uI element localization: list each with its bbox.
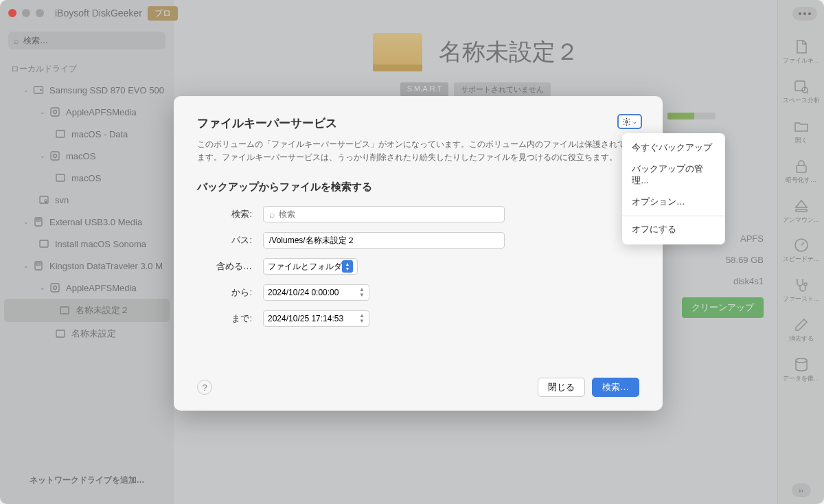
tree-item-label: 名称未設定 (71, 328, 116, 340)
fs-type: APFS (740, 233, 764, 244)
usb-icon (33, 216, 44, 227)
close-button[interactable]: 閉じる (538, 378, 585, 397)
svg-rect-7 (56, 174, 65, 181)
gear-menu-button[interactable]: ⌄ (617, 114, 642, 129)
toolbar-open[interactable]: 開く (781, 113, 822, 150)
search-label: 検索: (197, 208, 252, 220)
sidebar-search[interactable]: ⌕ (8, 32, 165, 49)
zoom-window-button[interactable] (36, 9, 44, 17)
chevron-down-icon: ⌄ (38, 284, 47, 291)
more-button[interactable] (792, 7, 817, 21)
toolbar-erase[interactable]: 消去する (781, 311, 822, 348)
cleanup-button[interactable]: クリーンアップ (682, 297, 764, 318)
tree-item-label: macOS - Data (71, 129, 128, 139)
path-input[interactable] (269, 236, 499, 245)
tree-item-label: 名称未設定２ (76, 304, 129, 317)
database-icon (793, 356, 810, 373)
magnify-icon (793, 78, 810, 95)
usb-icon (33, 260, 44, 271)
sidebar-section-label: ローカルドライブ (0, 59, 174, 79)
search-button[interactable]: 検索… (592, 378, 639, 397)
dropdown-manage-backup[interactable]: バックアップの管理… (622, 159, 725, 192)
svg-point-26 (626, 120, 628, 122)
tree-item-volume[interactable]: Install macOS Sonoma (0, 233, 174, 255)
toolbar-recover[interactable]: データを復… (781, 351, 822, 388)
volume-icon (59, 305, 70, 316)
tree-item-disk[interactable]: ⌄Samsung SSD 870 EVO 500 (0, 79, 174, 101)
select-arrows-icon: ▲▼ (342, 260, 353, 273)
chevron-down-icon: ⌄ (632, 119, 637, 125)
modal-description: このボリュームの「ファイルキーパーサービス」がオンになっています。このボリューム… (197, 138, 639, 164)
toolbar-filekeeper[interactable]: ファイルキ… (781, 33, 822, 70)
tree-item-volume[interactable]: macOS (0, 167, 174, 189)
volume-size: 58.69 GB (726, 255, 764, 265)
gear-dropdown: 今すぐバックアップ バックアップの管理… オプション… オフにする (622, 133, 725, 244)
device-id: disk4s1 (733, 276, 764, 286)
path-field[interactable] (263, 232, 505, 249)
dropdown-options[interactable]: オプション… (622, 192, 725, 213)
tree-item-volume[interactable]: macOS - Data (0, 123, 174, 145)
sidebar: ⌕ ローカルドライブ ⌄Samsung SSD 870 EVO 500 ⌄App… (0, 0, 174, 504)
svg-point-3 (54, 111, 57, 114)
tree-item-container[interactable]: ⌄macOS (0, 145, 174, 167)
tree-item-label: macOS (66, 151, 95, 161)
svg-rect-17 (60, 307, 69, 314)
toolbar-speedtest[interactable]: スピードテ… (781, 231, 822, 268)
include-label: 含める… (197, 260, 252, 273)
to-datetime[interactable]: 2024/10/25 17:14:53▲▼ (263, 310, 369, 327)
svg-rect-18 (56, 330, 65, 337)
toolbar-expand-button[interactable]: ›› (792, 483, 811, 497)
toolbar-unmount[interactable]: アンマウン… (781, 192, 822, 229)
help-button[interactable]: ? (197, 380, 212, 395)
tree-item-disk[interactable]: ⌄External USB3.0 Media (0, 211, 174, 233)
svg-rect-2 (51, 108, 59, 116)
to-label: まで: (197, 312, 252, 325)
toolbar-encrypt[interactable]: 暗号化す… (781, 152, 822, 190)
search-input[interactable] (279, 209, 499, 219)
minimize-window-button[interactable] (22, 9, 30, 17)
close-window-button[interactable] (8, 9, 16, 17)
tree-item-label: Install macOS Sonoma (55, 239, 146, 249)
tree-item-disk[interactable]: ⌄Kingston DataTraveler 3.0 M (0, 255, 174, 277)
container-icon (49, 106, 60, 117)
tree-item-label: svn (55, 195, 69, 205)
tree-item-label: AppleAPFSMedia (66, 283, 137, 293)
tree-item-container[interactable]: ⌄AppleAPFSMedia (0, 101, 174, 123)
chevron-down-icon: ⌄ (22, 87, 30, 93)
tree-item-label: AppleAPFSMedia (66, 107, 137, 117)
dropdown-backup-now[interactable]: 今すぐバックアップ (622, 137, 725, 159)
filekeeper-modal: ⌄ ファイルキーパーサービス このボリュームの「ファイルキーパーサービス」がオン… (174, 96, 663, 411)
add-network-drive-button[interactable]: ネットワークドライブを追加… (11, 468, 163, 493)
svg-point-1 (41, 89, 41, 90)
stepper-icon[interactable]: ▲▼ (359, 313, 365, 324)
svg-point-24 (804, 283, 807, 286)
volume-icon (38, 238, 49, 249)
titlebar: iBoysoft DiskGeeker プロ (0, 0, 824, 26)
volume-icon (55, 328, 66, 339)
sidebar-search-input[interactable] (23, 36, 160, 45)
container-icon (49, 282, 60, 293)
right-toolbar: ファイルキ… スペース分析 開く 暗号化す… アンマウン… スピードテ… ファー… (777, 0, 824, 504)
app-title: iBoysoft DiskGeeker (55, 8, 142, 19)
usage-bar (667, 113, 716, 119)
smart-status: サポートされていません (454, 82, 551, 97)
search-field[interactable] (263, 206, 505, 222)
tree-item-volume[interactable]: svn (0, 189, 174, 211)
tree-item-container[interactable]: ⌄AppleAPFSMedia (0, 277, 174, 299)
volume-title: 名称未設定２ (439, 36, 579, 68)
include-select[interactable]: ファイルとフォルダ▲▼ (263, 258, 358, 275)
tree-item-volume[interactable]: 名称未設定 (0, 322, 174, 345)
lock-volume-icon (38, 194, 49, 205)
from-datetime[interactable]: 2024/10/24 0:00:00▲▼ (263, 284, 369, 301)
svg-rect-9 (45, 201, 47, 203)
eject-icon (793, 198, 810, 214)
toolbar-space-analysis[interactable]: スペース分析 (781, 73, 822, 110)
stethoscope-icon (793, 277, 810, 293)
stepper-icon[interactable]: ▲▼ (359, 287, 365, 298)
tree-item-volume-selected[interactable]: 名称未設定２ (4, 299, 170, 322)
toolbar-firstaid[interactable]: ファースト… (781, 271, 822, 308)
modal-title: ファイルキーパーサービス (197, 115, 639, 131)
volume-icon (55, 128, 66, 139)
dropdown-turn-off[interactable]: オフにする (622, 219, 725, 240)
svg-rect-21 (797, 165, 806, 172)
